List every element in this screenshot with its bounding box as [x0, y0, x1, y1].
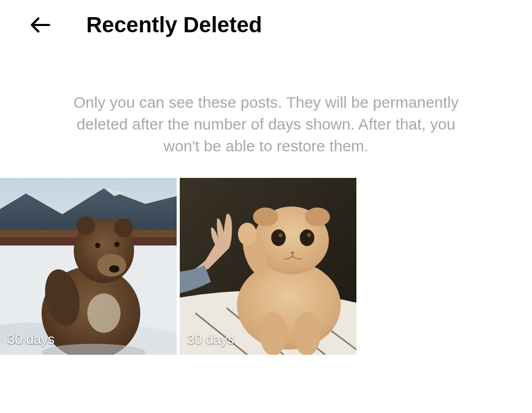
svg-point-15 [87, 293, 121, 333]
svg-point-11 [109, 265, 119, 273]
deleted-item[interactable]: 30 days [0, 178, 177, 355]
svg-point-26 [253, 208, 278, 226]
svg-point-22 [237, 261, 341, 350]
days-remaining-label: 30 days [7, 331, 55, 347]
deleted-item[interactable]: 30 days [180, 178, 356, 355]
svg-point-12 [95, 243, 100, 248]
svg-point-23 [260, 312, 287, 355]
svg-point-33 [238, 223, 257, 246]
svg-point-30 [278, 233, 283, 237]
days-remaining-label: 30 days [187, 331, 234, 347]
thumbnail-image [180, 178, 356, 355]
arrow-left-icon [28, 12, 54, 38]
svg-point-31 [307, 233, 311, 237]
back-button[interactable] [26, 10, 55, 40]
info-description: Only you can see these posts. They will … [37, 92, 495, 157]
header: Recently Deleted [0, 0, 532, 45]
thumbnail-image [0, 178, 177, 355]
svg-point-27 [305, 208, 330, 226]
svg-point-24 [294, 312, 321, 355]
svg-point-28 [271, 229, 286, 246]
svg-point-9 [114, 218, 133, 237]
page-title: Recently Deleted [86, 12, 262, 37]
svg-point-10 [97, 254, 126, 277]
svg-point-13 [114, 242, 119, 247]
deleted-items-grid: 30 days [0, 178, 532, 355]
svg-point-8 [76, 216, 95, 235]
svg-point-29 [300, 229, 314, 246]
